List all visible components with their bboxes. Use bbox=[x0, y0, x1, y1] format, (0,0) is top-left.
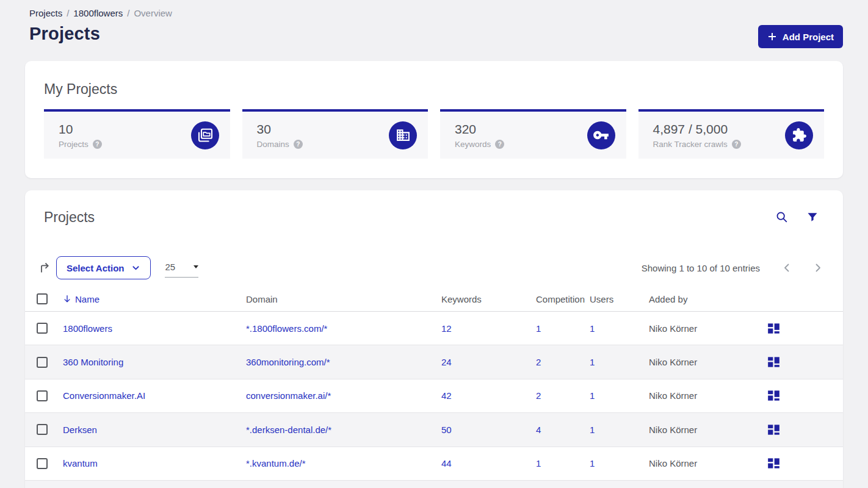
stat-label: Domains bbox=[257, 140, 289, 149]
stat-label: Rank Tracker crawls bbox=[653, 140, 728, 149]
page-size-select[interactable]: 25 bbox=[165, 258, 198, 278]
puzzle-icon bbox=[785, 121, 813, 149]
column-header-name[interactable]: Name bbox=[63, 294, 246, 304]
stat-value: 10 bbox=[59, 122, 102, 137]
column-header-added-by[interactable]: Added by bbox=[649, 294, 767, 304]
help-icon[interactable]: ? bbox=[93, 140, 102, 149]
keywords-count-link[interactable]: 50 bbox=[441, 425, 452, 435]
added-by-text: Niko Körner bbox=[649, 458, 767, 468]
added-by-text: Niko Körner bbox=[649, 425, 767, 435]
table-row: kvantum *.kvantum.de/* 44 1 1 Niko Körne… bbox=[25, 447, 843, 481]
project-name-link[interactable]: Conversionmaker.AI bbox=[63, 390, 145, 401]
help-icon[interactable]: ? bbox=[732, 140, 741, 149]
sort-desc-icon bbox=[63, 295, 71, 303]
help-icon[interactable]: ? bbox=[294, 140, 303, 149]
export-icon[interactable] bbox=[38, 260, 52, 275]
stat-value: 4,897 / 5,000 bbox=[653, 122, 741, 137]
keywords-count-link[interactable]: 44 bbox=[441, 458, 452, 468]
project-name-link[interactable]: 360 Monitoring bbox=[63, 357, 123, 367]
competition-count-link[interactable]: 2 bbox=[536, 357, 541, 367]
project-name-link[interactable]: Derksen bbox=[63, 425, 97, 435]
added-by-text: Niko Körner bbox=[649, 390, 767, 401]
projects-stack-icon bbox=[191, 121, 219, 149]
project-domain-link[interactable]: *.derksen-dental.de/* bbox=[246, 425, 331, 435]
dashboard-grid-icon[interactable] bbox=[767, 356, 843, 368]
users-count-link[interactable]: 1 bbox=[590, 425, 595, 435]
project-name-link[interactable]: 1800flowers bbox=[63, 323, 112, 334]
breadcrumb-projects[interactable]: Projects bbox=[29, 8, 62, 18]
dashboard-grid-icon[interactable] bbox=[767, 457, 843, 470]
project-domain-link[interactable]: *.kvantum.de/* bbox=[246, 458, 306, 468]
chevron-right-icon[interactable] bbox=[813, 263, 823, 273]
table-row bbox=[25, 481, 843, 488]
table-row: Conversionmaker.AI conversionmaker.ai/* … bbox=[25, 379, 843, 413]
key-icon bbox=[587, 121, 615, 149]
competition-count-link[interactable]: 4 bbox=[536, 425, 541, 435]
showing-entries-text: Showing 1 to 10 of 10 entries bbox=[642, 263, 760, 273]
competition-count-link[interactable]: 1 bbox=[536, 458, 541, 468]
project-domain-link[interactable]: conversionmaker.ai/* bbox=[246, 390, 331, 401]
column-header-competition[interactable]: Competition bbox=[536, 294, 590, 304]
users-count-link[interactable]: 1 bbox=[590, 458, 595, 468]
stat-value: 30 bbox=[257, 122, 303, 137]
project-name-link[interactable]: kvantum bbox=[63, 458, 98, 468]
added-by-text: Niko Körner bbox=[649, 323, 767, 334]
users-count-link[interactable]: 1 bbox=[590, 357, 595, 367]
stat-label: Keywords bbox=[455, 140, 491, 149]
page: Projects / 1800flowers / Overview Projec… bbox=[0, 0, 868, 488]
row-checkbox[interactable] bbox=[37, 323, 48, 334]
my-projects-card: My Projects 10 Projects ? bbox=[25, 61, 843, 178]
keywords-count-link[interactable]: 12 bbox=[441, 323, 452, 334]
project-domain-link[interactable]: *.1800flowers.com/* bbox=[246, 323, 327, 334]
row-checkbox[interactable] bbox=[37, 458, 48, 469]
stat-tile-projects: 10 Projects ? bbox=[44, 109, 230, 159]
breadcrumb-1800flowers[interactable]: 1800flowers bbox=[73, 8, 123, 18]
stat-value: 320 bbox=[455, 122, 504, 137]
column-header-keywords[interactable]: Keywords bbox=[441, 294, 536, 304]
select-action-dropdown[interactable]: Select Action bbox=[56, 256, 151, 279]
stat-tile-rank-tracker: 4,897 / 5,000 Rank Tracker crawls ? bbox=[638, 109, 825, 159]
row-checkbox[interactable] bbox=[37, 390, 48, 401]
breadcrumb-separator: / bbox=[127, 8, 129, 18]
projects-table-title: Projects bbox=[44, 209, 95, 226]
row-checkbox[interactable] bbox=[37, 424, 48, 435]
select-all-checkbox[interactable] bbox=[37, 293, 48, 304]
table-row: Derksen *.derksen-dental.de/* 50 4 1 Nik… bbox=[25, 413, 843, 447]
filter-icon[interactable] bbox=[806, 211, 819, 223]
dashboard-grid-icon[interactable] bbox=[767, 389, 843, 402]
breadcrumb: Projects / 1800flowers / Overview bbox=[29, 8, 843, 18]
competition-count-link[interactable]: 1 bbox=[536, 323, 541, 334]
chevron-left-icon[interactable] bbox=[782, 263, 792, 273]
keywords-count-link[interactable]: 24 bbox=[441, 357, 452, 367]
caret-down-icon bbox=[193, 265, 198, 268]
add-project-button[interactable]: Add Project bbox=[758, 25, 843, 48]
competition-count-link[interactable]: 2 bbox=[536, 390, 541, 401]
chevron-down-icon bbox=[131, 264, 140, 273]
table-header-row: Name Domain Keywords Competition Users A… bbox=[25, 287, 843, 312]
building-icon bbox=[389, 121, 417, 149]
my-projects-title: My Projects bbox=[44, 81, 824, 98]
column-header-domain[interactable]: Domain bbox=[246, 294, 441, 304]
help-icon[interactable]: ? bbox=[495, 140, 504, 149]
project-domain-link[interactable]: 360monitoring.com/* bbox=[246, 357, 330, 367]
plus-icon bbox=[767, 32, 777, 41]
stat-label: Projects bbox=[59, 140, 89, 149]
stat-tile-keywords: 320 Keywords ? bbox=[440, 109, 626, 159]
projects-table-card: Projects Select Action bbox=[25, 190, 843, 488]
users-count-link[interactable]: 1 bbox=[590, 390, 595, 401]
stat-tile-domains: 30 Domains ? bbox=[242, 109, 429, 159]
table-row: 1800flowers *.1800flowers.com/* 12 1 1 N… bbox=[25, 312, 843, 345]
column-header-users[interactable]: Users bbox=[590, 294, 649, 304]
page-title: Projects bbox=[29, 24, 100, 44]
breadcrumb-overview: Overview bbox=[134, 8, 172, 18]
row-checkbox[interactable] bbox=[37, 357, 48, 368]
users-count-link[interactable]: 1 bbox=[590, 323, 595, 334]
search-icon[interactable] bbox=[775, 210, 789, 224]
breadcrumb-separator: / bbox=[67, 8, 69, 18]
dashboard-grid-icon[interactable] bbox=[767, 322, 843, 335]
added-by-text: Niko Körner bbox=[649, 357, 767, 367]
table-row: 360 Monitoring 360monitoring.com/* 24 2 … bbox=[25, 345, 843, 379]
dashboard-grid-icon[interactable] bbox=[767, 423, 843, 436]
keywords-count-link[interactable]: 42 bbox=[441, 390, 452, 401]
